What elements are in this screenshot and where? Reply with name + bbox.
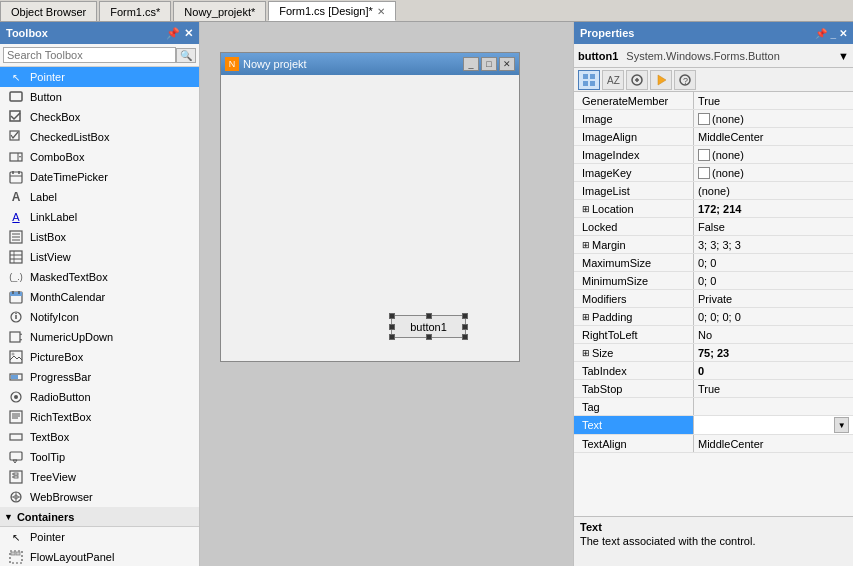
prop-name-imageindex: ImageIndex xyxy=(574,146,694,163)
toolbox-item-containers-pointer[interactable]: ↖ Pointer xyxy=(0,527,199,547)
search-button[interactable]: 🔍 xyxy=(176,48,196,63)
toolbox-item-combobox[interactable]: ComboBox xyxy=(0,147,199,167)
margin-expand-icon[interactable]: ⊞ xyxy=(582,240,590,250)
radiobutton-icon xyxy=(8,389,24,405)
tab-nowy-projekt[interactable]: Nowy_projekt* xyxy=(173,1,266,21)
maximize-button[interactable]: □ xyxy=(481,57,497,71)
svg-rect-52 xyxy=(583,74,588,79)
prop-name-tag: Tag xyxy=(574,398,694,415)
section-arrow-icon: ▼ xyxy=(4,512,13,522)
toolbox-item-linklabel[interactable]: A LinkLabel xyxy=(0,207,199,227)
toolbox-item-treeview[interactable]: TreeView xyxy=(0,467,199,487)
prop-row-minimumsize: MinimumSize 0; 0 xyxy=(574,272,853,290)
listview-icon xyxy=(8,249,24,265)
prop-value-generatemember: True xyxy=(694,92,853,109)
containers-pointer-icon: ↖ xyxy=(8,529,24,545)
props-tool-categorized[interactable] xyxy=(578,70,600,90)
toolbox-item-tooltip[interactable]: ToolTip xyxy=(0,447,199,467)
minimize-button[interactable]: _ xyxy=(463,57,479,71)
close-button[interactable]: ✕ xyxy=(499,57,515,71)
prop-name-padding: ⊞ Padding xyxy=(574,308,694,325)
size-expand-icon[interactable]: ⊞ xyxy=(582,348,590,358)
prop-value-modifiers: Private xyxy=(694,290,853,307)
toolbox-item-picturebox[interactable]: PictureBox xyxy=(0,347,199,367)
svg-rect-25 xyxy=(10,332,20,342)
toolbox-item-numericupdown[interactable]: NumericUpDown xyxy=(0,327,199,347)
toolbox-section-containers[interactable]: ▼ Containers xyxy=(0,507,199,527)
svg-point-29 xyxy=(12,353,15,356)
prop-value-text[interactable]: ▼ xyxy=(694,416,853,434)
props-pin-icon[interactable]: 📌 xyxy=(815,28,827,39)
button-icon xyxy=(8,89,24,105)
props-selector-dropdown[interactable]: ▼ xyxy=(838,50,849,62)
text-value-input[interactable] xyxy=(698,419,834,431)
prop-name-imagekey: ImageKey xyxy=(574,164,694,181)
prop-row-modifiers: Modifiers Private xyxy=(574,290,853,308)
props-minimize-icon[interactable]: _ xyxy=(830,28,836,39)
toolbox-item-checkbox[interactable]: CheckBox xyxy=(0,107,199,127)
handle-ml xyxy=(389,324,395,330)
maskedtextbox-icon: (_.) xyxy=(8,269,24,285)
props-tool-events[interactable] xyxy=(650,70,672,90)
text-dropdown-button[interactable]: ▼ xyxy=(834,417,849,433)
props-tool-properties[interactable] xyxy=(626,70,648,90)
tab-form1-cs[interactable]: Form1.cs* xyxy=(99,1,171,21)
toolbox-item-notifyicon[interactable]: NotifyIcon xyxy=(0,307,199,327)
props-tool-alphabetical[interactable]: AZ xyxy=(602,70,624,90)
location-expand-icon[interactable]: ⊞ xyxy=(582,204,590,214)
toolbox-item-maskedtextbox[interactable]: (_.) MaskedTextBox xyxy=(0,267,199,287)
toolbox-title: Toolbox xyxy=(6,27,48,39)
item-label: FlowLayoutPanel xyxy=(30,551,114,563)
form-titlebar: N Nowy projekt _ □ ✕ xyxy=(221,53,519,75)
flowlayoutpanel-icon xyxy=(8,549,24,565)
checkedlistbox-icon xyxy=(8,129,24,145)
item-label: ProgressBar xyxy=(30,371,91,383)
item-label: WebBrowser xyxy=(30,491,93,503)
button1-label: button1 xyxy=(410,321,447,333)
toolbox-item-label[interactable]: A Label xyxy=(0,187,199,207)
toolbox-item-datetimepicker[interactable]: DateTimePicker xyxy=(0,167,199,187)
datetimepicker-icon xyxy=(8,169,24,185)
toolbox-close-icon[interactable]: ✕ xyxy=(184,27,193,40)
toolbox-item-checkedlistbox[interactable]: CheckedListBox xyxy=(0,127,199,147)
props-footer-title: Text xyxy=(580,521,847,533)
listbox-icon xyxy=(8,229,24,245)
item-label: MonthCalendar xyxy=(30,291,105,303)
progressbar-icon xyxy=(8,369,24,385)
svg-rect-53 xyxy=(590,74,595,79)
props-tool-help[interactable]: ? xyxy=(674,70,696,90)
form-title-left: N Nowy projekt xyxy=(225,57,307,71)
toolbox-pin-icon[interactable]: 📌 xyxy=(166,27,180,40)
search-input[interactable] xyxy=(3,47,176,63)
handle-bm xyxy=(426,334,432,340)
toolbox-item-progressbar[interactable]: ProgressBar xyxy=(0,367,199,387)
toolbox-item-listbox[interactable]: ListBox xyxy=(0,227,199,247)
tab-close-icon[interactable]: ✕ xyxy=(377,6,385,17)
toolbox-item-webbrowser[interactable]: WebBrowser xyxy=(0,487,199,507)
handle-tm xyxy=(426,313,432,319)
props-footer-desc: The text associated with the control. xyxy=(580,535,847,547)
toolbox-item-monthcalendar[interactable]: MonthCalendar xyxy=(0,287,199,307)
prop-value-location: 172; 214 xyxy=(694,200,853,217)
toolbox-item-flowlayoutpanel[interactable]: FlowLayoutPanel xyxy=(0,547,199,566)
padding-expand-icon[interactable]: ⊞ xyxy=(582,312,590,322)
button1-control[interactable]: button1 xyxy=(391,315,466,338)
tab-label: Object Browser xyxy=(11,6,86,18)
toolbox-item-listview[interactable]: ListView xyxy=(0,247,199,267)
toolbox-item-richtextbox[interactable]: RichTextBox xyxy=(0,407,199,427)
toolbox-item-radiobutton[interactable]: RadioButton xyxy=(0,387,199,407)
prop-row-text[interactable]: Text ▼ xyxy=(574,416,853,435)
tab-form1-design[interactable]: Form1.cs [Design]* ✕ xyxy=(268,1,396,21)
form-window-buttons: _ □ ✕ xyxy=(463,57,515,71)
svg-rect-34 xyxy=(10,411,22,423)
props-footer: Text The text associated with the contro… xyxy=(574,516,853,566)
prop-name-image: Image xyxy=(574,110,694,127)
tab-object-browser[interactable]: Object Browser xyxy=(0,1,97,21)
props-close-icon[interactable]: ✕ xyxy=(839,28,847,39)
toolbox-item-textbox[interactable]: TextBox xyxy=(0,427,199,447)
richtextbox-icon xyxy=(8,409,24,425)
toolbox-item-pointer[interactable]: ↖ Pointer xyxy=(0,67,199,87)
item-label: NotifyIcon xyxy=(30,311,79,323)
toolbox-item-button[interactable]: Button xyxy=(0,87,199,107)
item-label: RichTextBox xyxy=(30,411,91,423)
